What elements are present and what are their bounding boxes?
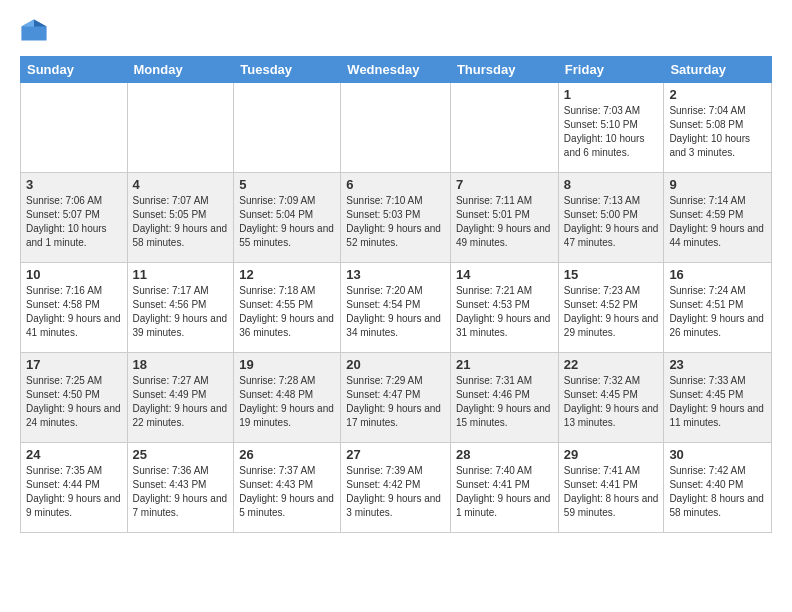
day-cell: 25Sunrise: 7:36 AM Sunset: 4:43 PM Dayli… — [127, 443, 234, 533]
day-number: 11 — [133, 267, 229, 282]
day-number: 30 — [669, 447, 766, 462]
day-cell: 6Sunrise: 7:10 AM Sunset: 5:03 PM Daylig… — [341, 173, 451, 263]
day-number: 15 — [564, 267, 659, 282]
day-cell: 5Sunrise: 7:09 AM Sunset: 5:04 PM Daylig… — [234, 173, 341, 263]
svg-marker-1 — [34, 20, 47, 27]
day-number: 29 — [564, 447, 659, 462]
day-info: Sunrise: 7:09 AM Sunset: 5:04 PM Dayligh… — [239, 194, 335, 250]
day-cell: 16Sunrise: 7:24 AM Sunset: 4:51 PM Dayli… — [664, 263, 772, 353]
week-row-1: 1Sunrise: 7:03 AM Sunset: 5:10 PM Daylig… — [21, 83, 772, 173]
day-cell: 3Sunrise: 7:06 AM Sunset: 5:07 PM Daylig… — [21, 173, 128, 263]
day-info: Sunrise: 7:37 AM Sunset: 4:43 PM Dayligh… — [239, 464, 335, 520]
logo — [20, 16, 52, 44]
day-number: 25 — [133, 447, 229, 462]
day-cell — [450, 83, 558, 173]
page-container: SundayMondayTuesdayWednesdayThursdayFrid… — [0, 0, 792, 549]
day-number: 23 — [669, 357, 766, 372]
day-info: Sunrise: 7:11 AM Sunset: 5:01 PM Dayligh… — [456, 194, 553, 250]
day-number: 12 — [239, 267, 335, 282]
day-info: Sunrise: 7:27 AM Sunset: 4:49 PM Dayligh… — [133, 374, 229, 430]
week-row-4: 17Sunrise: 7:25 AM Sunset: 4:50 PM Dayli… — [21, 353, 772, 443]
day-info: Sunrise: 7:33 AM Sunset: 4:45 PM Dayligh… — [669, 374, 766, 430]
day-cell — [127, 83, 234, 173]
day-number: 2 — [669, 87, 766, 102]
day-info: Sunrise: 7:36 AM Sunset: 4:43 PM Dayligh… — [133, 464, 229, 520]
day-cell: 18Sunrise: 7:27 AM Sunset: 4:49 PM Dayli… — [127, 353, 234, 443]
day-info: Sunrise: 7:42 AM Sunset: 4:40 PM Dayligh… — [669, 464, 766, 520]
calendar-table: SundayMondayTuesdayWednesdayThursdayFrid… — [20, 56, 772, 533]
logo-icon — [20, 16, 48, 44]
day-cell: 26Sunrise: 7:37 AM Sunset: 4:43 PM Dayli… — [234, 443, 341, 533]
day-cell: 17Sunrise: 7:25 AM Sunset: 4:50 PM Dayli… — [21, 353, 128, 443]
day-cell: 7Sunrise: 7:11 AM Sunset: 5:01 PM Daylig… — [450, 173, 558, 263]
weekday-header-tuesday: Tuesday — [234, 57, 341, 83]
day-number: 1 — [564, 87, 659, 102]
day-number: 17 — [26, 357, 122, 372]
day-number: 10 — [26, 267, 122, 282]
day-info: Sunrise: 7:35 AM Sunset: 4:44 PM Dayligh… — [26, 464, 122, 520]
day-number: 18 — [133, 357, 229, 372]
day-cell: 13Sunrise: 7:20 AM Sunset: 4:54 PM Dayli… — [341, 263, 451, 353]
day-info: Sunrise: 7:24 AM Sunset: 4:51 PM Dayligh… — [669, 284, 766, 340]
week-row-3: 10Sunrise: 7:16 AM Sunset: 4:58 PM Dayli… — [21, 263, 772, 353]
day-info: Sunrise: 7:21 AM Sunset: 4:53 PM Dayligh… — [456, 284, 553, 340]
day-number: 22 — [564, 357, 659, 372]
day-number: 5 — [239, 177, 335, 192]
day-cell: 4Sunrise: 7:07 AM Sunset: 5:05 PM Daylig… — [127, 173, 234, 263]
day-cell: 15Sunrise: 7:23 AM Sunset: 4:52 PM Dayli… — [558, 263, 664, 353]
day-number: 21 — [456, 357, 553, 372]
day-cell: 27Sunrise: 7:39 AM Sunset: 4:42 PM Dayli… — [341, 443, 451, 533]
day-info: Sunrise: 7:29 AM Sunset: 4:47 PM Dayligh… — [346, 374, 445, 430]
day-info: Sunrise: 7:25 AM Sunset: 4:50 PM Dayligh… — [26, 374, 122, 430]
day-number: 24 — [26, 447, 122, 462]
day-info: Sunrise: 7:31 AM Sunset: 4:46 PM Dayligh… — [456, 374, 553, 430]
day-cell: 14Sunrise: 7:21 AM Sunset: 4:53 PM Dayli… — [450, 263, 558, 353]
week-row-5: 24Sunrise: 7:35 AM Sunset: 4:44 PM Dayli… — [21, 443, 772, 533]
day-info: Sunrise: 7:16 AM Sunset: 4:58 PM Dayligh… — [26, 284, 122, 340]
day-cell: 1Sunrise: 7:03 AM Sunset: 5:10 PM Daylig… — [558, 83, 664, 173]
week-row-2: 3Sunrise: 7:06 AM Sunset: 5:07 PM Daylig… — [21, 173, 772, 263]
day-info: Sunrise: 7:41 AM Sunset: 4:41 PM Dayligh… — [564, 464, 659, 520]
day-number: 19 — [239, 357, 335, 372]
weekday-header-saturday: Saturday — [664, 57, 772, 83]
day-info: Sunrise: 7:32 AM Sunset: 4:45 PM Dayligh… — [564, 374, 659, 430]
day-number: 27 — [346, 447, 445, 462]
day-cell: 12Sunrise: 7:18 AM Sunset: 4:55 PM Dayli… — [234, 263, 341, 353]
day-info: Sunrise: 7:06 AM Sunset: 5:07 PM Dayligh… — [26, 194, 122, 250]
day-cell: 20Sunrise: 7:29 AM Sunset: 4:47 PM Dayli… — [341, 353, 451, 443]
weekday-header-wednesday: Wednesday — [341, 57, 451, 83]
day-info: Sunrise: 7:04 AM Sunset: 5:08 PM Dayligh… — [669, 104, 766, 160]
day-number: 3 — [26, 177, 122, 192]
day-number: 16 — [669, 267, 766, 282]
day-number: 9 — [669, 177, 766, 192]
day-info: Sunrise: 7:23 AM Sunset: 4:52 PM Dayligh… — [564, 284, 659, 340]
day-info: Sunrise: 7:39 AM Sunset: 4:42 PM Dayligh… — [346, 464, 445, 520]
weekday-header-sunday: Sunday — [21, 57, 128, 83]
day-number: 28 — [456, 447, 553, 462]
weekday-header-friday: Friday — [558, 57, 664, 83]
day-cell: 22Sunrise: 7:32 AM Sunset: 4:45 PM Dayli… — [558, 353, 664, 443]
day-info: Sunrise: 7:07 AM Sunset: 5:05 PM Dayligh… — [133, 194, 229, 250]
day-cell: 19Sunrise: 7:28 AM Sunset: 4:48 PM Dayli… — [234, 353, 341, 443]
day-info: Sunrise: 7:13 AM Sunset: 5:00 PM Dayligh… — [564, 194, 659, 250]
day-cell: 9Sunrise: 7:14 AM Sunset: 4:59 PM Daylig… — [664, 173, 772, 263]
day-cell: 29Sunrise: 7:41 AM Sunset: 4:41 PM Dayli… — [558, 443, 664, 533]
day-cell: 11Sunrise: 7:17 AM Sunset: 4:56 PM Dayli… — [127, 263, 234, 353]
day-info: Sunrise: 7:10 AM Sunset: 5:03 PM Dayligh… — [346, 194, 445, 250]
day-cell: 24Sunrise: 7:35 AM Sunset: 4:44 PM Dayli… — [21, 443, 128, 533]
day-number: 7 — [456, 177, 553, 192]
day-cell: 23Sunrise: 7:33 AM Sunset: 4:45 PM Dayli… — [664, 353, 772, 443]
day-cell: 28Sunrise: 7:40 AM Sunset: 4:41 PM Dayli… — [450, 443, 558, 533]
weekday-header-thursday: Thursday — [450, 57, 558, 83]
day-info: Sunrise: 7:20 AM Sunset: 4:54 PM Dayligh… — [346, 284, 445, 340]
day-cell: 10Sunrise: 7:16 AM Sunset: 4:58 PM Dayli… — [21, 263, 128, 353]
weekday-header-monday: Monday — [127, 57, 234, 83]
day-info: Sunrise: 7:14 AM Sunset: 4:59 PM Dayligh… — [669, 194, 766, 250]
day-number: 13 — [346, 267, 445, 282]
day-number: 6 — [346, 177, 445, 192]
day-cell — [234, 83, 341, 173]
day-cell — [341, 83, 451, 173]
day-number: 14 — [456, 267, 553, 282]
weekday-header-row: SundayMondayTuesdayWednesdayThursdayFrid… — [21, 57, 772, 83]
day-info: Sunrise: 7:17 AM Sunset: 4:56 PM Dayligh… — [133, 284, 229, 340]
